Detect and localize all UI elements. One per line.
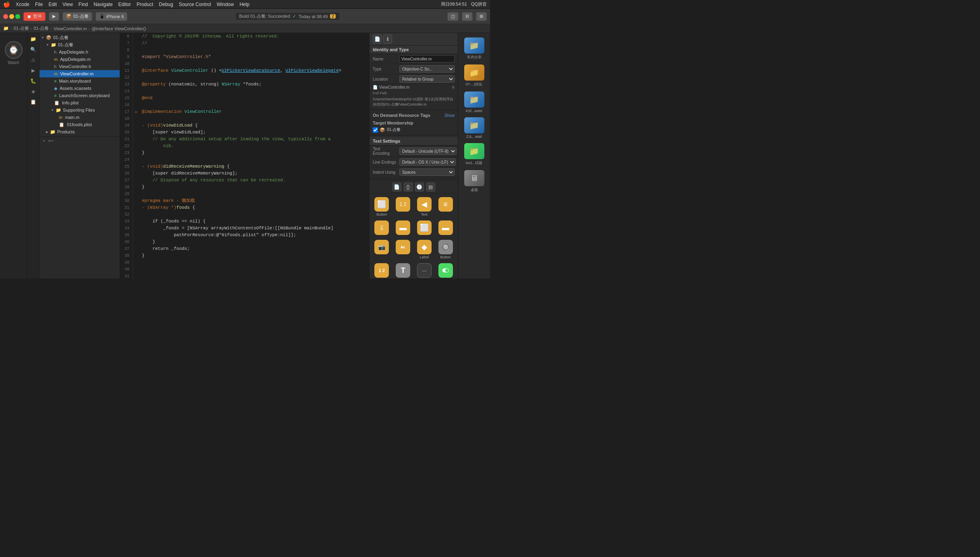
line-content[interactable]: [super didReceiveMemoryWarning]; [139, 170, 369, 177]
sidebar-item-project-root[interactable]: ▼ 📦 01-点餐 [39, 34, 120, 41]
line-content[interactable]: - (void)viewDidLoad { [139, 122, 369, 129]
sidebar-item-appdelegate-m[interactable]: m AppDelegate.m [39, 56, 120, 63]
line-content[interactable]: @property (nonatomic, strong) NSArray *f… [139, 81, 369, 88]
line-content[interactable] [139, 115, 369, 122]
panel-show-btn[interactable]: Show [444, 113, 455, 118]
breadcrumb-part4[interactable]: ViewController.m [54, 26, 87, 31]
indent-select[interactable]: Spaces [399, 168, 455, 176]
minimize-button[interactable] [9, 14, 14, 19]
line-content[interactable]: @end [139, 95, 369, 102]
device-selector[interactable]: 📱 iPhone 6 [96, 12, 127, 21]
widget-stepper[interactable]: 1 2 [393, 196, 413, 218]
line-content[interactable] [139, 259, 369, 266]
menu-xcode[interactable]: Xcode [16, 2, 29, 7]
sidebar-add-btn[interactable]: + [43, 139, 45, 143]
widget-textfield[interactable]: 🔘 Button [436, 239, 455, 260]
line-content[interactable]: @implementation ViewController [139, 108, 369, 115]
widget-label2[interactable]: T Text [393, 262, 413, 278]
sidebar-item-folder-main[interactable]: ▼ 📁 01-点餐 [39, 41, 120, 48]
panel-type-select[interactable]: Objective-C So... [399, 65, 455, 73]
panel-target-checkbox[interactable]: 📦 01-点餐 [370, 126, 458, 133]
line-warning-indicator[interactable]: ⚠ [133, 108, 139, 115]
sidebar-back-btn[interactable]: ⟵ [48, 139, 54, 143]
widget-tab-clock[interactable]: 🕐 [415, 183, 424, 191]
sidebar-item-info-plist[interactable]: 📋 Info.plist [39, 99, 120, 106]
widget-collectionview[interactable]: ⣿ [372, 219, 392, 237]
sidebar-item-main-m[interactable]: m main.m [39, 114, 120, 121]
line-content[interactable]: // Dispose of any resources that can be … [139, 177, 369, 184]
menu-help[interactable]: Help [239, 2, 249, 7]
widget-media[interactable]: ⏭ [393, 239, 413, 260]
navigator-toggle[interactable]: ◫ [447, 12, 459, 21]
sidebar-item-viewcontroller-h[interactable]: h ViewController.h [39, 63, 120, 70]
panel-reveal-icon[interactable]: ⎘ [452, 85, 455, 89]
rfb-item-4[interactable]: 📁 ZJL...etail [458, 114, 490, 140]
line-content[interactable]: - (NSArray *)foods { [139, 204, 369, 211]
sidebar-item-launchscreen[interactable]: ≡ LaunchScreen.storyboard [39, 92, 120, 99]
navigator-breakpoint-icon[interactable]: ◈ [29, 87, 38, 96]
menu-window[interactable]: Window [217, 2, 234, 7]
widget-imageview[interactable]: 📷 [372, 239, 392, 260]
sidebar-item-assets[interactable]: ◆ Assets.xcassets [39, 85, 120, 92]
panel-info-icon[interactable]: ℹ [383, 35, 392, 44]
breadcrumb-part5[interactable]: @interface ViewController() [91, 26, 146, 31]
line-content[interactable]: } [139, 252, 369, 259]
line-content[interactable] [139, 47, 369, 54]
navigator-folder-icon[interactable]: 📁 [29, 35, 38, 44]
rfb-item-3[interactable]: 📁 KSl...aster [458, 89, 490, 114]
sidebar-item-appdelegate-h[interactable]: h AppDelegate.h [39, 48, 120, 56]
widget-back[interactable]: ◀ Text [415, 196, 434, 218]
menu-find[interactable]: Find [79, 2, 88, 7]
widget-slider[interactable]: ▬ [393, 219, 413, 237]
code-editor[interactable]: 6// Copyright © 2015年 itheima. All right… [120, 33, 369, 278]
navigator-debug-icon[interactable]: 🐛 [29, 77, 38, 85]
widget-button[interactable]: ⬜ Button [372, 196, 392, 218]
apple-menu[interactable]: 🍎 [3, 1, 10, 8]
line-content[interactable] [139, 156, 369, 163]
widget-tableview[interactable]: ≡ [436, 196, 455, 218]
line-content[interactable]: // Do any additional setup after loading… [139, 136, 369, 143]
sidebar-item-01foods-plist[interactable]: 📋 01foods.plist [39, 121, 120, 128]
rfb-item-6[interactable]: 🖥 桌面 [458, 167, 490, 194]
line-content[interactable]: } [139, 184, 369, 191]
rfb-item-5[interactable]: 📁 ios1...试题 [458, 140, 490, 167]
menu-view[interactable]: View [62, 2, 73, 7]
line-content[interactable] [139, 60, 369, 67]
menu-product[interactable]: Product [137, 2, 153, 7]
panel-name-input[interactable] [399, 55, 455, 62]
widget-tab-list[interactable]: ▤ [426, 183, 435, 191]
line-content[interactable] [139, 74, 369, 81]
line-content[interactable]: pathForResource:@"01foods.plist" ofType:… [139, 232, 369, 239]
sidebar-item-viewcontroller-m[interactable]: m ViewController.m [39, 70, 120, 77]
line-content[interactable]: nib. [139, 143, 369, 150]
line-content[interactable]: _foods = [NSArray arrayWithContentsOfFil… [139, 225, 369, 232]
line-endings-select[interactable]: Default - OS X / Unix (LF) [399, 158, 456, 166]
breadcrumb-part3[interactable]: 01-点餐 [33, 25, 49, 31]
menu-file[interactable]: File [35, 2, 43, 7]
widget-tab-code[interactable]: {} [404, 183, 413, 191]
line-content[interactable]: #import "ViewController.h" [139, 54, 369, 60]
widget-separator[interactable]: — [415, 262, 434, 278]
widget-numberpicker[interactable]: 1 2 Text [372, 262, 392, 278]
widget-progress[interactable]: ▬ [436, 219, 455, 237]
encoding-select[interactable]: Default - Unicode (UTF-8) [399, 148, 457, 155]
line-content[interactable]: [super viewDidLoad]; [139, 129, 369, 136]
line-content[interactable]: if (_foods == nil) { [139, 218, 369, 225]
breadcrumb-part1[interactable]: 📁 [3, 26, 9, 31]
panel-location-select[interactable]: Relative to Group [399, 75, 455, 83]
debug-toggle[interactable]: ⊟ [462, 12, 473, 21]
line-content[interactable] [139, 88, 369, 95]
line-content[interactable]: } [139, 150, 369, 156]
menu-navigate[interactable]: Navigate [93, 2, 112, 7]
line-content[interactable]: // [139, 40, 369, 47]
run-button[interactable]: ▶ [49, 12, 59, 21]
panel-file-icon[interactable]: 📄 [373, 35, 382, 44]
line-content[interactable]: @interface ViewController () <UIPickerVi… [139, 67, 369, 74]
widget-toggle[interactable] [436, 262, 455, 278]
line-content[interactable]: - (void)didReceiveMemoryWarning { [139, 163, 369, 170]
sidebar-item-main-storyboard[interactable]: ≡ Main.storyboard [39, 77, 120, 85]
project-selector[interactable]: 📦 01-点餐 [62, 12, 92, 21]
widget-shape[interactable]: ◆ Label [415, 239, 434, 260]
close-button[interactable] [3, 14, 8, 19]
navigator-search-icon[interactable]: 🔍 [29, 45, 38, 54]
